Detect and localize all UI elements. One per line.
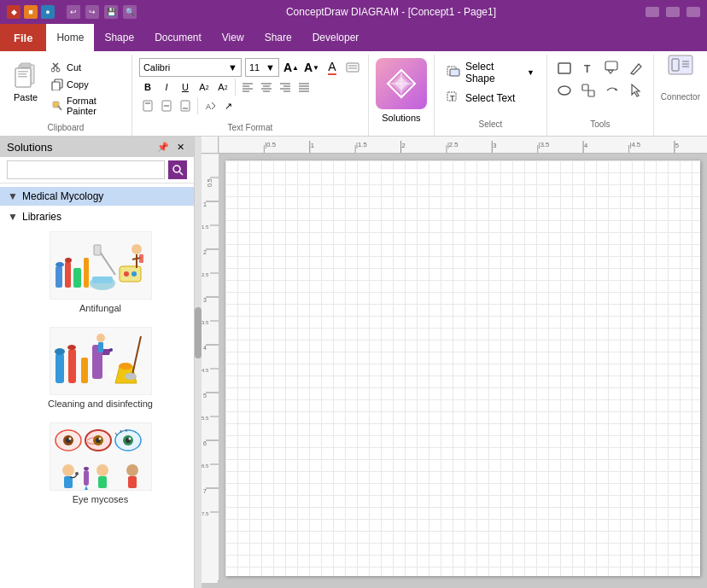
svg-text:A: A xyxy=(206,102,211,111)
cut-button[interactable]: Cut xyxy=(48,60,125,75)
text-format-group: Calibri ▼ 11 ▼ A▲ A▼ A B I U xyxy=(132,55,369,136)
drawing-canvas[interactable] xyxy=(225,160,700,576)
tree-item-medical-mycology[interactable]: ▼ Medical Mycology xyxy=(0,187,194,206)
svg-text:|0.5: |0.5 xyxy=(265,141,276,148)
solutions-button[interactable] xyxy=(376,58,427,109)
pen-tool-button[interactable] xyxy=(626,58,646,79)
file-menu-button[interactable]: File xyxy=(0,24,46,51)
font-dropdown[interactable]: Calibri ▼ xyxy=(139,58,242,77)
solutions-tree: ▼ Medical Mycology ▼ Libraries xyxy=(0,183,194,588)
arrow-tool-button[interactable] xyxy=(602,80,622,101)
tree-arrow-libraries: ▼ xyxy=(7,211,19,223)
svg-text:|4.5: |4.5 xyxy=(629,141,640,148)
svg-rect-11 xyxy=(52,82,60,90)
svg-text:T: T xyxy=(450,94,455,102)
svg-rect-55 xyxy=(582,84,588,90)
svg-text:4: 4 xyxy=(203,345,207,351)
font-size: 11 xyxy=(249,62,260,73)
libraries-header[interactable]: ▼ Libraries xyxy=(7,209,194,224)
valign-bottom-button[interactable] xyxy=(177,97,194,114)
solutions-panel-title: Solutions xyxy=(7,141,52,154)
panel-close-button[interactable]: ✕ xyxy=(173,140,187,154)
svg-point-112 xyxy=(62,464,74,476)
align-right-button[interactable] xyxy=(277,79,294,96)
panel-scrollbar-thumb[interactable] xyxy=(195,307,202,358)
align-center-button[interactable] xyxy=(258,79,275,96)
paste-icon xyxy=(12,61,39,92)
document-menu-item[interactable]: Document xyxy=(144,24,212,51)
home-menu-item[interactable]: Home xyxy=(46,24,94,51)
panel-scrollbar[interactable] xyxy=(195,137,202,588)
font-color-button[interactable]: A xyxy=(324,59,341,76)
canvas-area[interactable]: |0.5 1 |1.5 2 |2.5 3 |3.5 4 |4.5 xyxy=(202,137,707,588)
ellipse-tool-button[interactable] xyxy=(554,80,575,101)
font-grow-button[interactable]: A▲ xyxy=(283,59,300,76)
svg-point-75 xyxy=(131,271,137,277)
rectangle-tool-button[interactable] xyxy=(554,58,575,79)
h-ruler-container: |0.5 1 |1.5 2 |2.5 3 |3.5 4 |4.5 xyxy=(202,137,707,154)
canvas-content: 0.5 1 1.5 2 2.5 3 3.5 4 4.5 xyxy=(202,154,707,583)
tree-label-medical-mycology: Medical Mycology xyxy=(22,190,103,202)
svg-text:|3.5: |3.5 xyxy=(539,141,550,148)
copy-button[interactable]: Copy xyxy=(48,77,125,92)
antifungal-image[interactable] xyxy=(50,231,152,300)
solutions-search-button[interactable] xyxy=(168,160,187,179)
toolbar-quick-btn3[interactable]: 💾 xyxy=(104,5,118,19)
superscript-button[interactable]: A2 xyxy=(196,79,213,96)
justify-button[interactable] xyxy=(295,79,313,96)
share-menu-item[interactable]: Share xyxy=(254,24,302,51)
svg-rect-82 xyxy=(56,353,64,383)
eye-mycoses-image[interactable] xyxy=(50,422,152,491)
svg-rect-116 xyxy=(98,476,107,488)
cursor-tool-button[interactable] xyxy=(626,80,646,101)
maximize-btn[interactable] xyxy=(666,7,680,17)
svg-rect-67 xyxy=(73,268,81,288)
connector-button[interactable]: Connector xyxy=(661,58,700,102)
svg-line-13 xyxy=(58,106,61,110)
panel-pin-button[interactable]: 📌 xyxy=(156,140,170,154)
cleaning-image[interactable] xyxy=(50,327,152,395)
valign-top-button[interactable] xyxy=(139,97,156,114)
bold-button[interactable]: B xyxy=(139,79,156,96)
v-ruler-svg: 0.5 1 1.5 2 2.5 3 3.5 4 4.5 xyxy=(202,154,219,580)
close-btn[interactable] xyxy=(687,7,700,17)
svg-rect-73 xyxy=(120,266,141,282)
valign-middle-button[interactable] xyxy=(158,97,175,114)
toolbar-quick-btn4[interactable]: 🔍 xyxy=(123,5,137,19)
svg-line-53 xyxy=(631,73,634,74)
select-shape-button[interactable]: Select Shape ▼ xyxy=(441,58,540,87)
toolbar-quick-btn2[interactable]: ↪ xyxy=(85,5,99,19)
svg-text:5: 5 xyxy=(203,393,207,399)
font-size-dropdown[interactable]: 11 ▼ xyxy=(245,58,279,77)
svg-rect-93 xyxy=(98,342,103,352)
svg-rect-1 xyxy=(20,63,31,67)
text-effects-button[interactable] xyxy=(344,59,361,76)
font-shrink-button[interactable]: A▼ xyxy=(303,59,320,76)
svg-line-64 xyxy=(179,172,183,175)
svg-point-108 xyxy=(129,438,131,440)
subscript-button[interactable]: A2 xyxy=(214,79,231,96)
text-tool-button[interactable]: T xyxy=(578,58,599,79)
select-text-button[interactable]: T Select Text xyxy=(441,89,540,108)
italic-button[interactable]: I xyxy=(158,79,175,96)
search-icon xyxy=(172,164,184,176)
paste-button[interactable]: Paste xyxy=(7,58,44,106)
svg-point-70 xyxy=(65,258,72,263)
format-painter-button[interactable]: Format Painter xyxy=(48,94,125,118)
shape-tool-button[interactable] xyxy=(578,80,599,101)
ruler-corner xyxy=(202,137,219,154)
title-bar-left: ◆ ■ ● ↩ ↪ 💾 🔍 xyxy=(7,5,137,19)
align-left-button[interactable] xyxy=(239,79,256,96)
tools-row-1: T xyxy=(554,58,646,79)
developer-menu-item[interactable]: Developer xyxy=(302,24,370,51)
expand-format-button[interactable]: ↗ xyxy=(220,97,237,114)
view-menu-item[interactable]: View xyxy=(212,24,254,51)
solutions-search-input[interactable] xyxy=(7,160,165,179)
shape-menu-item[interactable]: Shape xyxy=(94,24,144,51)
svg-point-69 xyxy=(56,262,64,267)
underline-button[interactable]: U xyxy=(177,79,194,96)
toolbar-quick-btn[interactable]: ↩ xyxy=(67,5,80,19)
minimize-btn[interactable] xyxy=(646,7,659,17)
callout-tool-button[interactable] xyxy=(602,58,622,79)
text-direction-button[interactable]: A xyxy=(202,97,219,114)
